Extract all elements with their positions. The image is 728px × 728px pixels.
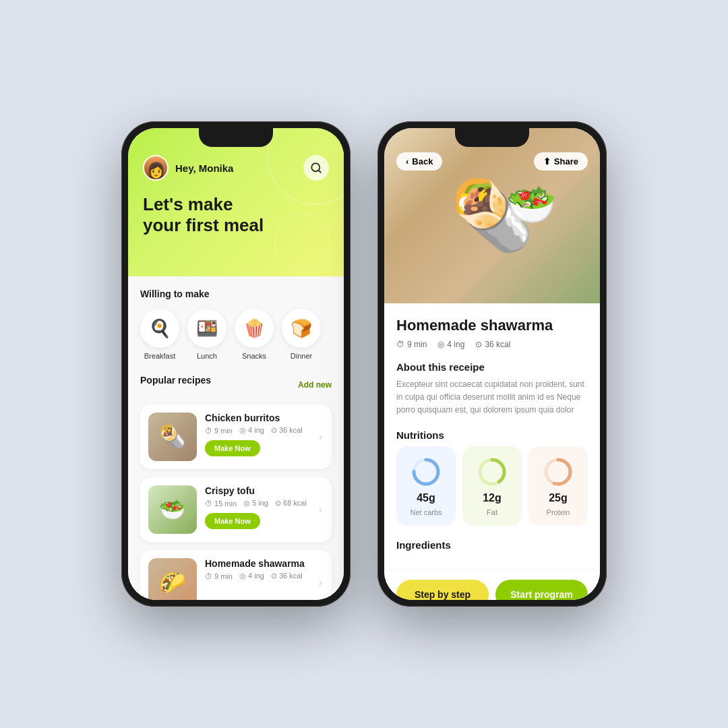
cat-breakfast[interactable]: 🍳 Breakfast [140,309,179,360]
detail-top-bar: ‹ Back ⬆ Share [384,152,600,171]
svg-point-0 [311,163,320,171]
detail-time: ⏱ 9 min [396,340,427,349]
svg-line-1 [318,170,320,172]
burrito-name: Chicken burritos [205,413,324,423]
about-title: About this receipe [396,361,588,373]
tofu-meta: ⏱ 15 min ◎ 5 ing ⊙ 68 kcal [205,499,324,508]
cat-lunch[interactable]: 🍱 Lunch [187,309,226,360]
phone-home: 👩 Hey, Monika Let's make [121,121,351,607]
main-content: Willing to make 🍳 Breakfast 🍱 Lunch 🍿 [128,276,344,600]
recipe-card-tofu: 🥗 Crispy tofu ⏱ 15 min ◎ 5 ing ⊙ 68 kcal… [140,477,332,542]
snacks-icon: 🍿 [235,309,274,348]
recipe-card-burrito: 🌯 Chicken burritos ⏱ 9 min ◎ 4 ing ⊙ 36 … [140,404,332,469]
about-text: Excepteur sint occaecat cupidatat non pr… [396,378,588,417]
hero-section: 👩 Hey, Monika Let's make [128,128,344,276]
add-new-button[interactable]: Add new [298,380,332,390]
user-info: 👩 Hey, Monika [143,155,233,181]
shawarma-info: Homemade shawarma ⏱ 9 min ◎ 4 ing ⊙ 36 k… [205,558,324,586]
burrito-thumbnail: 🌯 [148,413,197,461]
breakfast-icon: 🍳 [140,309,179,348]
phones-container: 👩 Hey, Monika Let's make [121,121,607,607]
tofu-info: Crispy tofu ⏱ 15 min ◎ 5 ing ⊙ 68 kcal M… [205,485,324,529]
protein-value: 25g [549,492,568,504]
shawarma-thumbnail: 🌮 [148,558,197,600]
carbs-chart [410,456,442,488]
share-button[interactable]: ⬆ Share [534,152,588,171]
fat-chart [476,456,508,488]
shawarma-kcal: ⊙ 36 kcal [271,572,303,580]
detail-screen: ‹ Back ⬆ Share Homemade shawarma ⏱ 9 min [384,128,600,600]
step-by-step-button[interactable]: Step by step [396,580,489,600]
tofu-kcal: ⊙ 68 kcal [275,499,307,508]
protein-label: Protein [547,508,570,516]
tofu-make-button[interactable]: Make Now [205,513,260,529]
detail-ing: ◎ 4 ing [437,340,464,349]
back-chevron: ‹ [406,156,408,166]
greeting-text: Hey, Monika [175,162,233,174]
cat-snacks[interactable]: 🍿 Snacks [235,309,274,360]
tofu-arrow: › [319,504,322,515]
start-program-button[interactable]: Start program [495,580,588,600]
nutrition-title: Nutritions [396,429,588,441]
hero-title: Let's make your first meal [143,194,329,236]
burrito-time: ⏱ 9 min [205,426,233,435]
nutrition-protein: 25g Protein [528,446,588,526]
nutrition-carbs: 45g Net carbs [396,446,456,526]
lunch-icon: 🍱 [187,309,226,348]
home-screen: 👩 Hey, Monika Let's make [128,128,344,600]
notch2 [455,128,529,147]
burrito-meta: ⏱ 9 min ◎ 4 ing ⊙ 36 kcal [205,426,324,435]
tofu-time: ⏱ 15 min [205,499,237,508]
recipe-card-shawarma: 🌮 Homemade shawarma ⏱ 9 min ◎ 4 ing ⊙ 36… [140,550,332,600]
nutrition-fat: 12g Fat [462,446,522,526]
shawarma-name: Homemade shawarma [205,558,324,569]
action-buttons: Step by step Start program [384,570,600,600]
meal-categories: 🍳 Breakfast 🍱 Lunch 🍿 Snacks 🍞 [140,309,332,360]
burrito-make-button[interactable]: Make Now [205,440,260,456]
nutrition-cards: 45g Net carbs 12g [396,446,588,526]
willing-title: Willing to make [140,289,332,299]
burrito-kcal: ⊙ 36 kcal [271,426,303,435]
lunch-label: Lunch [197,352,217,360]
notch [199,128,273,147]
shawarma-meta: ⏱ 9 min ◎ 4 ing ⊙ 36 kcal [205,572,324,580]
carbs-label: Net carbs [410,508,442,516]
burrito-ing: ◎ 4 ing [239,426,264,435]
popular-header: Popular recipes Add new [140,375,332,395]
burrito-arrow: › [319,431,322,442]
carbs-value: 45g [417,492,435,504]
ingredients-title: Ingredients [396,539,588,551]
protein-chart [542,456,574,488]
fat-value: 12g [483,492,502,504]
shawarma-arrow: › [319,577,322,588]
dinner-icon: 🍞 [282,309,321,348]
dinner-label: Dinner [291,352,312,360]
detail-recipe-title: Homemade shawarma [396,317,588,334]
popular-title: Popular recipes [140,375,211,386]
breakfast-label: Breakfast [144,352,175,360]
shawarma-ing: ◎ 4 ing [239,572,264,580]
cat-dinner[interactable]: 🍞 Dinner [282,309,321,360]
share-label: Share [554,156,578,166]
detail-stats: ⏱ 9 min ◎ 4 ing ⊙ 36 kcal [396,340,588,349]
phone-detail: ‹ Back ⬆ Share Homemade shawarma ⏱ 9 min [377,121,607,607]
snacks-label: Snacks [242,352,266,360]
detail-kcal: ⊙ 36 kcal [475,340,510,349]
avatar-image: 👩 [144,156,167,179]
tofu-ing: ◎ 5 ing [243,499,268,508]
search-button[interactable] [303,155,329,181]
avatar: 👩 [143,155,169,181]
shawarma-time: ⏱ 9 min [205,572,233,580]
back-button[interactable]: ‹ Back [396,152,442,171]
detail-content: Homemade shawarma ⏱ 9 min ◎ 4 ing ⊙ 36 k… [384,303,600,570]
burrito-info: Chicken burritos ⏱ 9 min ◎ 4 ing ⊙ 36 kc… [205,413,324,456]
back-label: Back [412,156,433,166]
share-icon: ⬆ [543,156,551,166]
fat-label: Fat [487,508,497,516]
tofu-name: Crispy tofu [205,485,324,496]
recipe-hero-image: ‹ Back ⬆ Share [384,128,600,303]
tofu-thumbnail: 🥗 [148,485,197,534]
